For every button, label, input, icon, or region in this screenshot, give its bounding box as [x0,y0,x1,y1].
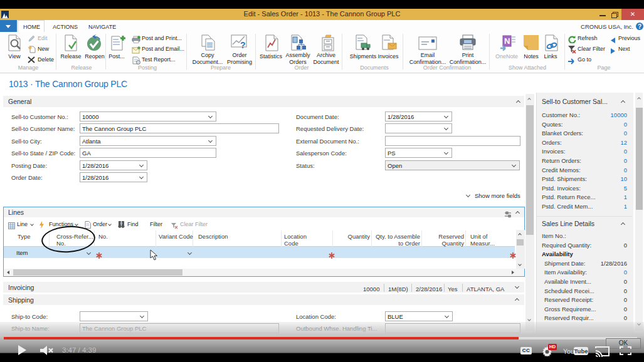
svg-text:N: N [504,36,510,46]
svg-text:?: ? [240,40,246,50]
